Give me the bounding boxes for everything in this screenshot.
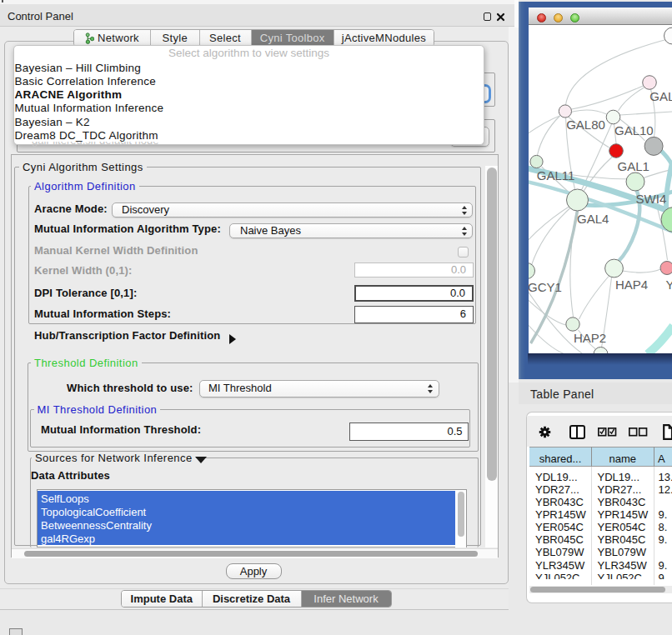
svg-text:GAL10: GAL10 <box>614 123 654 138</box>
svg-text:GAL1: GAL1 <box>617 159 649 173</box>
svg-text:YP: YP <box>665 278 672 292</box>
svg-text:HAP4: HAP4 <box>614 278 647 292</box>
svg-text:HAP2: HAP2 <box>574 331 606 345</box>
svg-text:GAL4: GAL4 <box>577 212 609 226</box>
svg-text:GAL80: GAL80 <box>566 118 605 132</box>
svg-text:SWI4: SWI4 <box>635 192 666 206</box>
svg-text:GAL7: GAL7 <box>649 89 672 103</box>
svg-text:GAL11: GAL11 <box>536 168 574 182</box>
svg-text:GCY1: GCY1 <box>529 280 562 294</box>
